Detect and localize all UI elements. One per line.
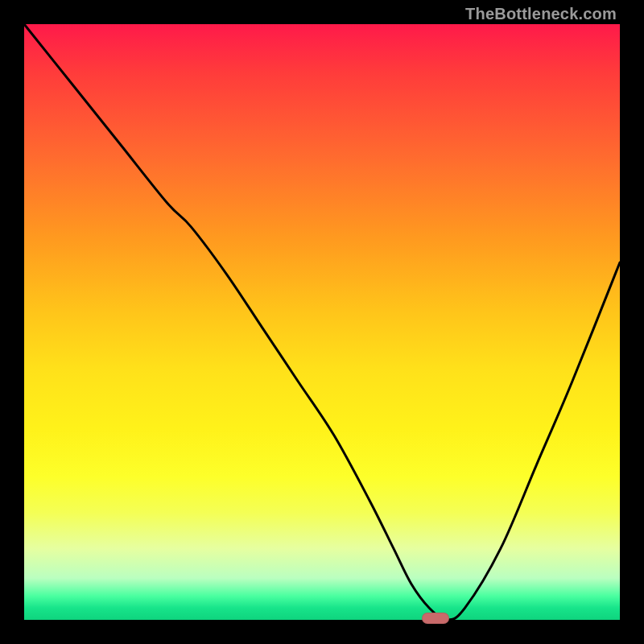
bottleneck-curve xyxy=(24,24,620,620)
curve-layer xyxy=(24,24,620,620)
watermark-text: TheBottleneck.com xyxy=(465,5,617,23)
optimum-marker xyxy=(422,613,449,624)
chart-frame: TheBottleneck.com xyxy=(0,0,644,644)
